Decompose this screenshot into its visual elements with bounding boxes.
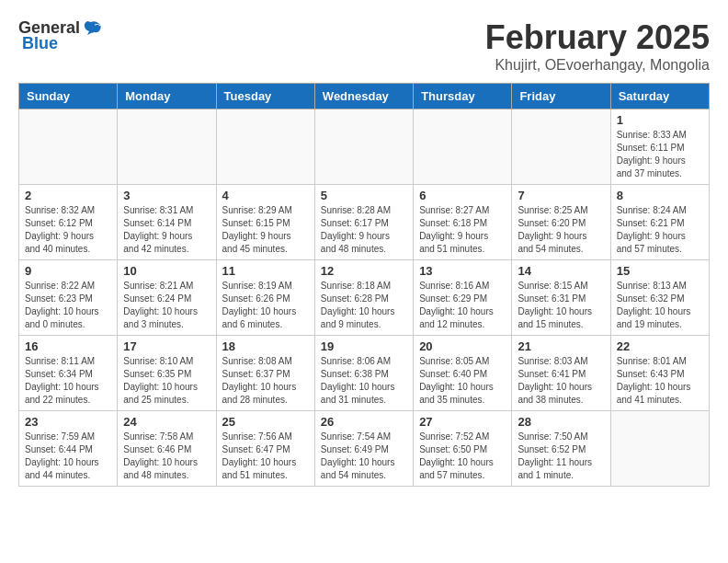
day-number: 19 bbox=[321, 339, 407, 353]
day-info: Sunrise: 8:25 AMSunset: 6:20 PMDaylight:… bbox=[518, 204, 604, 256]
day-info: Sunrise: 8:22 AMSunset: 6:23 PMDaylight:… bbox=[25, 280, 111, 331]
day-info: Sunrise: 8:15 AMSunset: 6:31 PMDaylight:… bbox=[518, 280, 604, 331]
title-section: February 2025 Khujirt, OEvoerhangay, Mon… bbox=[485, 18, 710, 74]
day-info: Sunrise: 8:21 AMSunset: 6:24 PMDaylight:… bbox=[123, 280, 210, 331]
calendar-cell: 26Sunrise: 7:54 AMSunset: 6:49 PMDayligh… bbox=[314, 411, 413, 487]
calendar-cell: 3Sunrise: 8:31 AMSunset: 6:14 PMDaylight… bbox=[118, 185, 216, 260]
day-info: Sunrise: 7:50 AMSunset: 6:52 PMDaylight:… bbox=[518, 431, 604, 482]
calendar-cell: 6Sunrise: 8:27 AMSunset: 6:18 PMDaylight… bbox=[414, 185, 512, 260]
day-number: 25 bbox=[222, 415, 309, 429]
header: General Blue February 2025 Khujirt, OEvo… bbox=[18, 18, 710, 74]
weekday-header-sunday: Sunday bbox=[19, 84, 118, 109]
day-number: 13 bbox=[419, 264, 506, 278]
weekday-header-saturday: Saturday bbox=[610, 84, 709, 109]
day-number: 11 bbox=[222, 264, 309, 278]
day-number: 23 bbox=[25, 415, 111, 429]
calendar-cell: 12Sunrise: 8:18 AMSunset: 6:28 PMDayligh… bbox=[314, 260, 413, 336]
day-number: 10 bbox=[123, 264, 210, 278]
calendar-cell: 23Sunrise: 7:59 AMSunset: 6:44 PMDayligh… bbox=[19, 411, 118, 487]
week-row-3: 16Sunrise: 8:11 AMSunset: 6:34 PMDayligh… bbox=[19, 336, 710, 411]
calendar-cell: 15Sunrise: 8:13 AMSunset: 6:32 PMDayligh… bbox=[610, 260, 709, 336]
logo-blue-text: Blue bbox=[22, 34, 58, 53]
day-number: 21 bbox=[518, 339, 604, 353]
weekday-header-thursday: Thursday bbox=[414, 84, 512, 109]
weekday-header-row: SundayMondayTuesdayWednesdayThursdayFrid… bbox=[19, 84, 710, 109]
week-row-1: 2Sunrise: 8:32 AMSunset: 6:12 PMDaylight… bbox=[19, 185, 710, 260]
day-number: 27 bbox=[419, 415, 506, 429]
day-number: 9 bbox=[25, 264, 111, 278]
day-info: Sunrise: 7:56 AMSunset: 6:47 PMDaylight:… bbox=[222, 431, 309, 482]
calendar-cell: 11Sunrise: 8:19 AMSunset: 6:26 PMDayligh… bbox=[216, 260, 314, 336]
calendar-cell: 14Sunrise: 8:15 AMSunset: 6:31 PMDayligh… bbox=[512, 260, 610, 336]
week-row-4: 23Sunrise: 7:59 AMSunset: 6:44 PMDayligh… bbox=[19, 411, 710, 487]
day-info: Sunrise: 8:05 AMSunset: 6:40 PMDaylight:… bbox=[419, 355, 506, 407]
day-number: 18 bbox=[222, 339, 309, 353]
calendar-cell: 2Sunrise: 8:32 AMSunset: 6:12 PMDaylight… bbox=[19, 185, 118, 260]
calendar-cell bbox=[610, 411, 709, 487]
calendar-cell: 20Sunrise: 8:05 AMSunset: 6:40 PMDayligh… bbox=[414, 336, 512, 411]
day-info: Sunrise: 8:13 AMSunset: 6:32 PMDaylight:… bbox=[617, 280, 703, 331]
calendar-cell bbox=[512, 109, 610, 185]
calendar-cell: 22Sunrise: 8:01 AMSunset: 6:43 PMDayligh… bbox=[610, 336, 709, 411]
calendar-cell: 13Sunrise: 8:16 AMSunset: 6:29 PMDayligh… bbox=[414, 260, 512, 336]
day-number: 4 bbox=[222, 189, 309, 202]
calendar-cell: 27Sunrise: 7:52 AMSunset: 6:50 PMDayligh… bbox=[414, 411, 512, 487]
day-info: Sunrise: 8:16 AMSunset: 6:29 PMDaylight:… bbox=[419, 280, 506, 331]
day-number: 6 bbox=[419, 189, 506, 202]
day-info: Sunrise: 8:11 AMSunset: 6:34 PMDaylight:… bbox=[25, 355, 111, 407]
calendar-table: SundayMondayTuesdayWednesdayThursdayFrid… bbox=[18, 83, 710, 487]
calendar-cell: 5Sunrise: 8:28 AMSunset: 6:17 PMDaylight… bbox=[314, 185, 413, 260]
day-info: Sunrise: 8:19 AMSunset: 6:26 PMDaylight:… bbox=[222, 280, 309, 331]
day-number: 22 bbox=[617, 339, 703, 353]
day-number: 26 bbox=[321, 415, 407, 429]
day-number: 20 bbox=[419, 339, 506, 353]
calendar-cell: 16Sunrise: 8:11 AMSunset: 6:34 PMDayligh… bbox=[19, 336, 118, 411]
calendar-cell: 1Sunrise: 8:33 AMSunset: 6:11 PMDaylight… bbox=[610, 109, 709, 185]
calendar-cell: 9Sunrise: 8:22 AMSunset: 6:23 PMDaylight… bbox=[19, 260, 118, 336]
day-number: 24 bbox=[123, 415, 210, 429]
calendar-cell: 28Sunrise: 7:50 AMSunset: 6:52 PMDayligh… bbox=[512, 411, 610, 487]
calendar-cell bbox=[216, 109, 314, 185]
week-row-0: 1Sunrise: 8:33 AMSunset: 6:11 PMDaylight… bbox=[19, 109, 710, 185]
day-info: Sunrise: 8:33 AMSunset: 6:11 PMDaylight:… bbox=[617, 129, 703, 180]
logo-bird-icon bbox=[82, 20, 102, 37]
day-number: 3 bbox=[123, 189, 210, 202]
day-number: 17 bbox=[123, 339, 210, 353]
day-info: Sunrise: 7:52 AMSunset: 6:50 PMDaylight:… bbox=[419, 431, 506, 482]
calendar-cell: 7Sunrise: 8:25 AMSunset: 6:20 PMDaylight… bbox=[512, 185, 610, 260]
day-info: Sunrise: 8:18 AMSunset: 6:28 PMDaylight:… bbox=[321, 280, 407, 331]
calendar-cell: 17Sunrise: 8:10 AMSunset: 6:35 PMDayligh… bbox=[118, 336, 216, 411]
day-info: Sunrise: 8:24 AMSunset: 6:21 PMDaylight:… bbox=[617, 204, 703, 256]
calendar-cell: 18Sunrise: 8:08 AMSunset: 6:37 PMDayligh… bbox=[216, 336, 314, 411]
day-info: Sunrise: 8:01 AMSunset: 6:43 PMDaylight:… bbox=[617, 355, 703, 407]
logo: General Blue bbox=[18, 18, 104, 53]
calendar-cell bbox=[414, 109, 512, 185]
day-info: Sunrise: 7:54 AMSunset: 6:49 PMDaylight:… bbox=[321, 431, 407, 482]
day-info: Sunrise: 8:10 AMSunset: 6:35 PMDaylight:… bbox=[123, 355, 210, 407]
day-info: Sunrise: 7:59 AMSunset: 6:44 PMDaylight:… bbox=[25, 431, 111, 482]
calendar-cell: 19Sunrise: 8:06 AMSunset: 6:38 PMDayligh… bbox=[314, 336, 413, 411]
calendar-cell bbox=[19, 109, 118, 185]
calendar-cell: 8Sunrise: 8:24 AMSunset: 6:21 PMDaylight… bbox=[610, 185, 709, 260]
day-info: Sunrise: 8:29 AMSunset: 6:15 PMDaylight:… bbox=[222, 204, 309, 256]
day-info: Sunrise: 8:08 AMSunset: 6:37 PMDaylight:… bbox=[222, 355, 309, 407]
day-number: 2 bbox=[25, 189, 111, 202]
calendar-cell: 4Sunrise: 8:29 AMSunset: 6:15 PMDaylight… bbox=[216, 185, 314, 260]
day-info: Sunrise: 8:03 AMSunset: 6:41 PMDaylight:… bbox=[518, 355, 604, 407]
calendar-cell bbox=[118, 109, 216, 185]
day-number: 12 bbox=[321, 264, 407, 278]
day-number: 15 bbox=[617, 264, 703, 278]
day-number: 8 bbox=[617, 189, 703, 202]
day-info: Sunrise: 7:58 AMSunset: 6:46 PMDaylight:… bbox=[123, 431, 210, 482]
calendar-subtitle: Khujirt, OEvoerhangay, Mongolia bbox=[485, 57, 710, 74]
weekday-header-tuesday: Tuesday bbox=[216, 84, 314, 109]
day-number: 14 bbox=[518, 264, 604, 278]
day-info: Sunrise: 8:28 AMSunset: 6:17 PMDaylight:… bbox=[321, 204, 407, 256]
weekday-header-friday: Friday bbox=[512, 84, 610, 109]
week-row-2: 9Sunrise: 8:22 AMSunset: 6:23 PMDaylight… bbox=[19, 260, 710, 336]
weekday-header-monday: Monday bbox=[118, 84, 216, 109]
day-info: Sunrise: 8:27 AMSunset: 6:18 PMDaylight:… bbox=[419, 204, 506, 256]
calendar-cell: 10Sunrise: 8:21 AMSunset: 6:24 PMDayligh… bbox=[118, 260, 216, 336]
day-number: 28 bbox=[518, 415, 604, 429]
day-info: Sunrise: 8:31 AMSunset: 6:14 PMDaylight:… bbox=[123, 204, 210, 256]
